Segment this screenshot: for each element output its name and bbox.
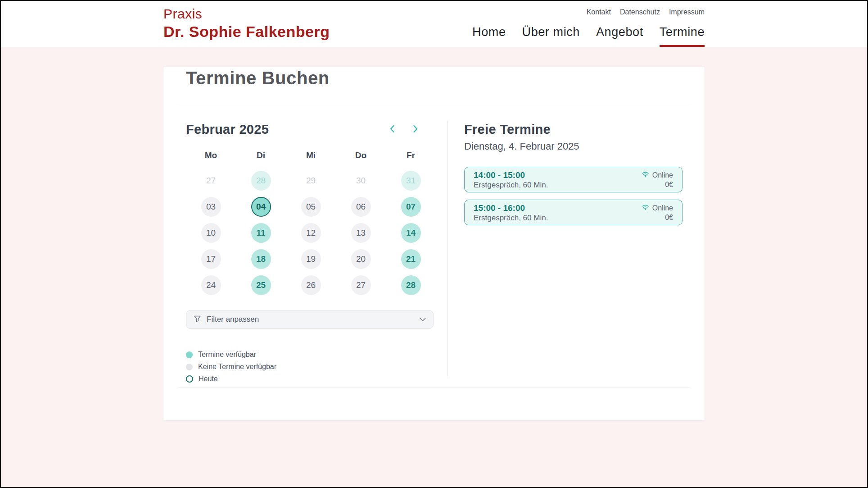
chevron-down-icon: [420, 315, 426, 324]
calendar-cell: 10: [186, 220, 236, 246]
weekday-label: Fr: [386, 151, 436, 160]
legend-item: Termine verfügbar: [186, 350, 436, 360]
column-divider: [448, 121, 448, 376]
calendar-cell: 31: [386, 168, 436, 194]
calendar-cell: 12: [286, 220, 336, 246]
site-logo[interactable]: Praxis Dr. Sophie Falkenberg: [163, 1, 330, 47]
weekday-label: Mo: [186, 151, 236, 160]
calendar-day[interactable]: 04: [251, 197, 271, 217]
calendar: Februar 2025 M: [186, 121, 436, 376]
calendar-header: Februar 2025: [186, 121, 436, 138]
calendar-cell: 27: [186, 168, 236, 194]
legend-label: Heute: [199, 375, 218, 383]
calendar-cell: 18: [236, 246, 286, 272]
slot-card[interactable]: 14:00 - 15:00Erstgespräch, 60 Min.Online…: [464, 167, 683, 192]
weekday-label: Mi: [286, 151, 336, 160]
slot-mode-label: Online: [652, 203, 673, 213]
calendar-day[interactable]: 26: [301, 275, 321, 295]
calendar-day[interactable]: 14: [401, 223, 421, 243]
utility-nav-item-datenschutz[interactable]: Datenschutz: [620, 8, 660, 16]
slots-title: Freie Termine: [464, 121, 683, 138]
page-body: Termine Buchen Februar 2025: [1, 67, 867, 420]
calendar-cell: 14: [386, 220, 436, 246]
calendar-day[interactable]: 24: [201, 275, 221, 295]
calendar-cell: 20: [336, 246, 386, 272]
legend-item: Heute: [186, 374, 436, 384]
calendar-cell: 29: [286, 168, 336, 194]
legend-item: Keine Termine verfügbar: [186, 362, 436, 372]
utility-nav-item-impressum[interactable]: Impressum: [669, 8, 705, 16]
prev-month-button[interactable]: [386, 123, 399, 136]
slot-mode-label: Online: [652, 170, 673, 180]
calendar-cell: 25: [236, 272, 286, 298]
calendar-day[interactable]: 21: [401, 249, 421, 269]
slot-mode: Online: [642, 203, 673, 213]
calendar-cell: 03: [186, 194, 236, 220]
site-header: Praxis Dr. Sophie Falkenberg KontaktDate…: [1, 1, 867, 47]
calendar-cell: 24: [186, 272, 236, 298]
calendar-day[interactable]: 18: [251, 249, 271, 269]
main-nav-item-home[interactable]: Home: [472, 25, 506, 47]
calendar-day: 29: [301, 171, 321, 191]
filter-dropdown[interactable]: Filter anpassen: [186, 310, 434, 329]
main-nav-item-angebot[interactable]: Angebot: [596, 25, 643, 47]
calendar-day[interactable]: 20: [351, 249, 371, 269]
utility-nav: KontaktDatenschutzImpressum: [587, 8, 705, 16]
calendar-day[interactable]: 19: [301, 249, 321, 269]
calendar-day[interactable]: 25: [251, 275, 271, 295]
calendar-cell: 19: [286, 246, 336, 272]
slot-list: 14:00 - 15:00Erstgespräch, 60 Min.Online…: [464, 167, 683, 225]
calendar-day[interactable]: 28: [401, 275, 421, 295]
booking-card: Termine Buchen Februar 2025: [163, 67, 705, 420]
slot-meta: Online0€: [642, 203, 673, 222]
calendar-day[interactable]: 17: [201, 249, 221, 269]
calendar-grid: 2728293031030405060710111213141718192021…: [186, 168, 436, 298]
utility-nav-item-kontakt[interactable]: Kontakt: [587, 8, 611, 16]
weekday-label: Di: [236, 151, 286, 160]
calendar-day[interactable]: 03: [201, 197, 221, 217]
logo-line-2: Dr. Sophie Falkenberg: [163, 23, 330, 41]
main-nav: HomeÜber michAngebotTermine: [472, 25, 705, 47]
calendar-cell: 30: [336, 168, 386, 194]
calendar-day[interactable]: 07: [401, 197, 421, 217]
calendar-cell: 21: [386, 246, 436, 272]
calendar-cell: 27: [336, 272, 386, 298]
bottom-divider: [178, 388, 690, 388]
next-month-button[interactable]: [409, 123, 421, 136]
chevron-right-icon: [410, 124, 420, 135]
slot-mode: Online: [642, 170, 673, 180]
calendar-day[interactable]: 13: [351, 223, 371, 243]
calendar-day[interactable]: 06: [351, 197, 371, 217]
funnel-icon: [194, 315, 201, 324]
legend-swatch-today: [186, 375, 193, 383]
slot-time: 15:00 - 16:00: [474, 203, 548, 214]
wifi-icon: [642, 170, 649, 180]
slot-description: Erstgespräch, 60 Min.: [474, 214, 548, 223]
slot-info: 15:00 - 16:00Erstgespräch, 60 Min.: [474, 203, 548, 223]
slot-time: 14:00 - 15:00: [474, 170, 548, 181]
calendar-day[interactable]: 05: [301, 197, 321, 217]
calendar-cell: 26: [286, 272, 336, 298]
weekday-row: MoDiMiDoFr: [186, 151, 436, 160]
slot-info: 14:00 - 15:00Erstgespräch, 60 Min.: [474, 170, 548, 190]
booking-columns: Februar 2025 M: [186, 121, 705, 376]
calendar-day[interactable]: 11: [251, 223, 271, 243]
slot-card[interactable]: 15:00 - 16:00Erstgespräch, 60 Min.Online…: [464, 200, 683, 225]
slot-price: 0€: [642, 213, 673, 222]
weekday-label: Do: [336, 151, 386, 160]
legend-label: Keine Termine verfügbar: [198, 363, 276, 371]
main-nav-item-termine[interactable]: Termine: [660, 25, 705, 47]
calendar-day[interactable]: 10: [201, 223, 221, 243]
calendar-cell: 05: [286, 194, 336, 220]
title-divider: [178, 107, 690, 107]
calendar-nav: [386, 123, 421, 136]
main-nav-item-über-mich[interactable]: Über mich: [522, 25, 580, 47]
calendar-day: 27: [201, 171, 221, 191]
chevron-left-icon: [388, 124, 398, 135]
calendar-day: 31: [401, 171, 421, 191]
calendar-cell: 13: [336, 220, 386, 246]
calendar-day[interactable]: 12: [301, 223, 321, 243]
logo-line-1: Praxis: [163, 5, 330, 23]
calendar-day[interactable]: 27: [351, 275, 371, 295]
calendar-cell: 28: [236, 168, 286, 194]
